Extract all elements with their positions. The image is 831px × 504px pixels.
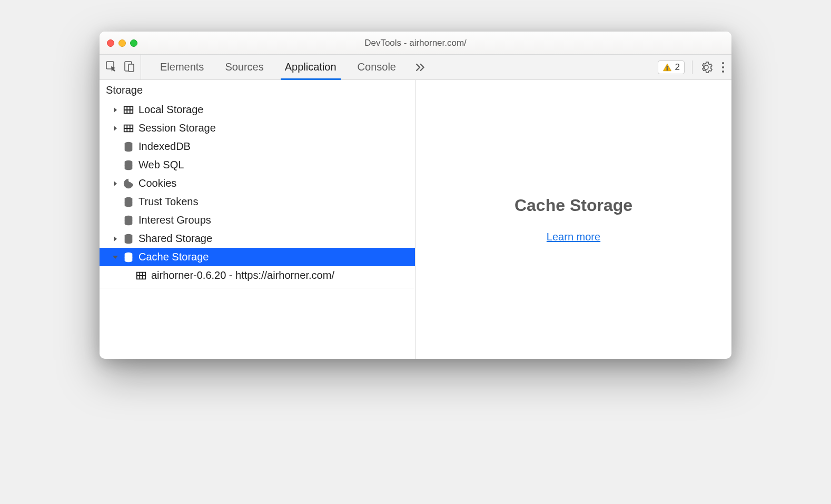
tree-item-interest-groups[interactable]: Interest Groups [100, 211, 415, 229]
window-title: DevTools - airhorner.com/ [364, 38, 467, 48]
tree-item-label: Interest Groups [138, 214, 211, 226]
tree-item-shared-storage[interactable]: Shared Storage [100, 229, 415, 248]
panel-tabs: Elements Sources Application Console [150, 55, 652, 79]
tab-label: Sources [225, 61, 263, 73]
svg-rect-7 [667, 66, 668, 68]
warning-icon [662, 63, 672, 72]
close-window-button[interactable] [107, 39, 114, 47]
database-icon [123, 196, 134, 208]
tab-sources[interactable]: Sources [214, 55, 274, 79]
chevron-double-right-icon [413, 61, 427, 74]
chevron-right-icon [112, 236, 118, 242]
content: Storage Local StorageSession StorageInde… [100, 80, 731, 359]
main-panel-heading: Cache Storage [515, 196, 632, 215]
tree-item-label: Shared Storage [138, 233, 212, 245]
database-icon [123, 251, 134, 263]
tab-label: Console [358, 61, 396, 73]
tree-item-trust-tokens[interactable]: Trust Tokens [100, 193, 415, 211]
tree-item-indexeddb[interactable]: IndexedDB [100, 137, 415, 156]
svg-rect-6 [128, 64, 134, 72]
grid-icon [123, 104, 134, 116]
tree-item-local-storage[interactable]: Local Storage [100, 100, 415, 119]
database-icon [123, 215, 134, 226]
tree-item-label: airhorner-0.6.20 - https://airhorner.com… [151, 269, 334, 281]
more-options-icon[interactable] [720, 60, 726, 75]
chevron-right-icon [112, 125, 118, 132]
toolbar-left-icons [105, 55, 141, 79]
traffic-lights [107, 39, 137, 47]
tab-console[interactable]: Console [347, 55, 407, 79]
chevron-right-icon [112, 180, 118, 187]
tree-item-label: Local Storage [138, 104, 203, 116]
tree-item-cache-storage[interactable]: Cache Storage [100, 248, 415, 266]
device-toggle-icon[interactable] [123, 60, 135, 75]
issues-badge[interactable]: 2 [658, 61, 685, 74]
chevron-down-icon [112, 254, 118, 260]
sidebar: Storage Local StorageSession StorageInde… [100, 80, 416, 359]
cookie-icon [123, 178, 134, 189]
database-icon [123, 141, 134, 153]
devtools-window: DevTools - airhorner.com/ Elements Sourc… [100, 32, 731, 359]
tab-label: Application [285, 61, 337, 73]
minimize-window-button[interactable] [118, 39, 126, 47]
tab-application[interactable]: Application [274, 55, 347, 79]
tree-item-label: Session Storage [138, 122, 216, 134]
tab-elements[interactable]: Elements [150, 55, 214, 79]
inspect-element-icon[interactable] [105, 60, 117, 75]
tree-item-label: Cache Storage [138, 251, 209, 263]
tree-item-web-sql[interactable]: Web SQL [100, 156, 415, 174]
titlebar: DevTools - airhorner.com/ [100, 32, 731, 55]
tree-child-airhorner-0-6-20-https-airhorner-com[interactable]: airhorner-0.6.20 - https://airhorner.com… [100, 266, 415, 285]
storage-tree: Local StorageSession StorageIndexedDBWeb… [100, 100, 415, 288]
more-tabs-button[interactable] [407, 55, 433, 79]
tab-label: Elements [160, 61, 204, 73]
database-icon [123, 159, 134, 171]
grid-icon [135, 270, 147, 281]
tree-item-label: Trust Tokens [138, 196, 198, 208]
tree-item-label: Web SQL [138, 159, 184, 171]
maximize-window-button[interactable] [130, 39, 137, 47]
tree-item-label: Cookies [138, 177, 176, 189]
database-icon [123, 233, 134, 245]
toolbar: Elements Sources Application Console 2 [100, 55, 731, 80]
toolbar-right-icons: 2 [658, 55, 726, 79]
svg-rect-8 [667, 69, 668, 70]
sidebar-section-title: Storage [100, 80, 415, 100]
learn-more-link[interactable]: Learn more [547, 231, 600, 243]
grid-icon [123, 123, 134, 134]
tree-item-cookies[interactable]: Cookies [100, 174, 415, 193]
chevron-right-icon [112, 107, 118, 113]
divider [692, 61, 692, 74]
main-panel: Cache Storage Learn more [416, 80, 731, 359]
tree-item-label: IndexedDB [138, 140, 191, 153]
tree-item-session-storage[interactable]: Session Storage [100, 119, 415, 137]
settings-gear-icon[interactable] [700, 61, 713, 74]
issues-count: 2 [675, 62, 680, 73]
